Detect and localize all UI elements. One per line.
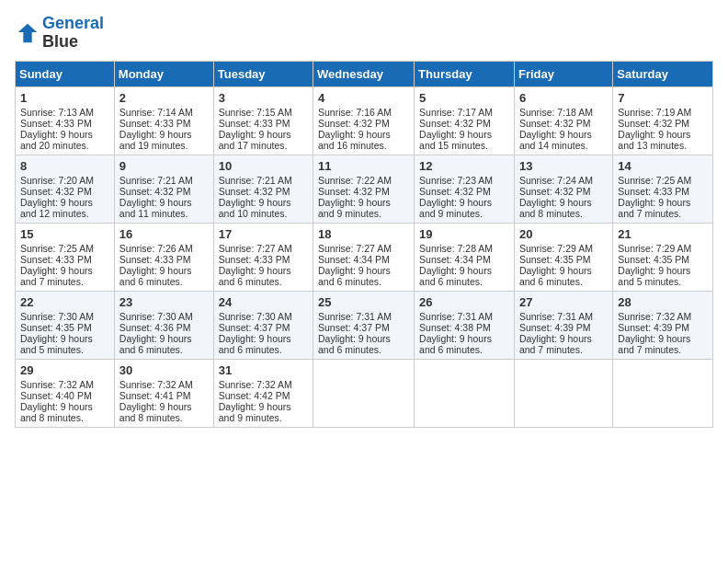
weekday-header: Saturday (613, 61, 713, 86)
weekday-header: Tuesday (213, 61, 313, 86)
sunrise-text: Sunrise: 7:32 AM (20, 379, 94, 390)
sunset-text: Sunset: 4:33 PM (219, 254, 290, 265)
sunset-text: Sunset: 4:42 PM (219, 390, 290, 401)
weekday-header: Friday (514, 61, 612, 86)
calendar-cell: 23Sunrise: 7:30 AMSunset: 4:36 PMDayligh… (114, 291, 213, 359)
weekday-header: Sunday (16, 61, 115, 86)
daylight-text: Daylight: 9 hours and 10 minutes. (219, 197, 291, 219)
sunrise-text: Sunrise: 7:21 AM (219, 175, 292, 186)
sunrise-text: Sunrise: 7:24 AM (519, 175, 593, 186)
day-number: 31 (219, 363, 308, 377)
daylight-text: Daylight: 9 hours and 6 minutes. (219, 333, 291, 355)
calendar-cell: 15Sunrise: 7:25 AMSunset: 4:33 PMDayligh… (16, 223, 115, 291)
sunset-text: Sunset: 4:33 PM (119, 118, 191, 129)
sunset-text: Sunset: 4:37 PM (318, 322, 390, 333)
calendar-cell: 24Sunrise: 7:30 AMSunset: 4:37 PMDayligh… (213, 291, 313, 359)
day-number: 3 (219, 91, 308, 105)
sunrise-text: Sunrise: 7:14 AM (119, 107, 193, 118)
calendar-cell: 13Sunrise: 7:24 AMSunset: 4:32 PMDayligh… (514, 155, 612, 223)
calendar-table: SundayMondayTuesdayWednesdayThursdayFrid… (15, 61, 713, 428)
sunrise-text: Sunrise: 7:26 AM (119, 243, 193, 254)
sunset-text: Sunset: 4:34 PM (318, 254, 390, 265)
day-number: 5 (419, 91, 509, 105)
page-header: General Blue (15, 15, 713, 52)
weekday-header-row: SundayMondayTuesdayWednesdayThursdayFrid… (16, 61, 713, 86)
sunset-text: Sunset: 4:35 PM (618, 254, 689, 265)
day-number: 16 (119, 227, 209, 241)
day-number: 7 (618, 91, 708, 105)
day-number: 14 (618, 159, 708, 173)
day-number: 11 (318, 159, 409, 173)
sunset-text: Sunset: 4:32 PM (219, 186, 290, 197)
calendar-cell: 9Sunrise: 7:21 AMSunset: 4:32 PMDaylight… (114, 155, 213, 223)
sunset-text: Sunset: 4:37 PM (219, 322, 290, 333)
calendar-week-row: 8Sunrise: 7:20 AMSunset: 4:32 PMDaylight… (16, 155, 713, 223)
daylight-text: Daylight: 9 hours and 12 minutes. (20, 197, 93, 219)
daylight-text: Daylight: 9 hours and 6 minutes. (119, 265, 192, 287)
sunset-text: Sunset: 4:35 PM (20, 322, 92, 333)
sunset-text: Sunset: 4:32 PM (20, 186, 92, 197)
sunset-text: Sunset: 4:33 PM (219, 118, 290, 129)
day-number: 21 (618, 227, 708, 241)
sunset-text: Sunset: 4:32 PM (318, 118, 390, 129)
calendar-cell (415, 359, 515, 427)
sunrise-text: Sunrise: 7:28 AM (419, 243, 493, 254)
logo-icon (15, 20, 40, 46)
day-number: 29 (20, 363, 109, 377)
daylight-text: Daylight: 9 hours and 16 minutes. (318, 129, 391, 151)
calendar-cell: 10Sunrise: 7:21 AMSunset: 4:32 PMDayligh… (213, 155, 313, 223)
daylight-text: Daylight: 9 hours and 6 minutes. (119, 333, 192, 355)
sunrise-text: Sunrise: 7:22 AM (318, 175, 392, 186)
sunset-text: Sunset: 4:33 PM (119, 254, 191, 265)
logo: General Blue (15, 15, 104, 52)
calendar-cell: 12Sunrise: 7:23 AMSunset: 4:32 PMDayligh… (415, 155, 515, 223)
daylight-text: Daylight: 9 hours and 7 minutes. (618, 197, 690, 219)
sunset-text: Sunset: 4:33 PM (20, 118, 92, 129)
calendar-cell: 11Sunrise: 7:22 AMSunset: 4:32 PMDayligh… (313, 155, 415, 223)
calendar-cell: 2Sunrise: 7:14 AMSunset: 4:33 PMDaylight… (114, 86, 213, 155)
day-number: 25 (318, 295, 409, 309)
sunrise-text: Sunrise: 7:30 AM (119, 311, 193, 322)
sunrise-text: Sunrise: 7:31 AM (419, 311, 493, 322)
calendar-cell: 17Sunrise: 7:27 AMSunset: 4:33 PMDayligh… (213, 223, 313, 291)
daylight-text: Daylight: 9 hours and 9 minutes. (219, 401, 291, 423)
sunrise-text: Sunrise: 7:19 AM (618, 107, 691, 118)
sunrise-text: Sunrise: 7:27 AM (219, 243, 292, 254)
daylight-text: Daylight: 9 hours and 7 minutes. (519, 333, 592, 355)
daylight-text: Daylight: 9 hours and 19 minutes. (119, 129, 192, 151)
daylight-text: Daylight: 9 hours and 6 minutes. (318, 265, 391, 287)
sunrise-text: Sunrise: 7:29 AM (618, 243, 691, 254)
day-number: 18 (318, 227, 409, 241)
calendar-cell: 18Sunrise: 7:27 AMSunset: 4:34 PMDayligh… (313, 223, 415, 291)
sunrise-text: Sunrise: 7:15 AM (219, 107, 292, 118)
sunset-text: Sunset: 4:32 PM (618, 118, 689, 129)
sunrise-text: Sunrise: 7:18 AM (519, 107, 593, 118)
calendar-week-row: 1Sunrise: 7:13 AMSunset: 4:33 PMDaylight… (16, 86, 713, 155)
calendar-cell: 31Sunrise: 7:32 AMSunset: 4:42 PMDayligh… (213, 359, 313, 427)
calendar-cell (514, 359, 612, 427)
daylight-text: Daylight: 9 hours and 8 minutes. (20, 401, 93, 423)
sunset-text: Sunset: 4:32 PM (318, 186, 390, 197)
daylight-text: Daylight: 9 hours and 6 minutes. (519, 265, 592, 287)
daylight-text: Daylight: 9 hours and 7 minutes. (618, 333, 690, 355)
day-number: 28 (618, 295, 708, 309)
daylight-text: Daylight: 9 hours and 9 minutes. (318, 197, 391, 219)
sunset-text: Sunset: 4:36 PM (119, 322, 191, 333)
calendar-week-row: 15Sunrise: 7:25 AMSunset: 4:33 PMDayligh… (16, 223, 713, 291)
day-number: 22 (20, 295, 109, 309)
day-number: 12 (419, 159, 509, 173)
calendar-cell (613, 359, 713, 427)
day-number: 19 (419, 227, 509, 241)
sunrise-text: Sunrise: 7:32 AM (219, 379, 292, 390)
day-number: 1 (20, 91, 109, 105)
sunset-text: Sunset: 4:41 PM (119, 390, 191, 401)
day-number: 4 (318, 91, 409, 105)
day-number: 17 (219, 227, 308, 241)
daylight-text: Daylight: 9 hours and 11 minutes. (119, 197, 192, 219)
calendar-cell: 20Sunrise: 7:29 AMSunset: 4:35 PMDayligh… (514, 223, 612, 291)
calendar-cell: 14Sunrise: 7:25 AMSunset: 4:33 PMDayligh… (613, 155, 713, 223)
calendar-cell: 26Sunrise: 7:31 AMSunset: 4:38 PMDayligh… (415, 291, 515, 359)
sunrise-text: Sunrise: 7:30 AM (20, 311, 94, 322)
sunrise-text: Sunrise: 7:27 AM (318, 243, 392, 254)
sunrise-text: Sunrise: 7:31 AM (318, 311, 392, 322)
